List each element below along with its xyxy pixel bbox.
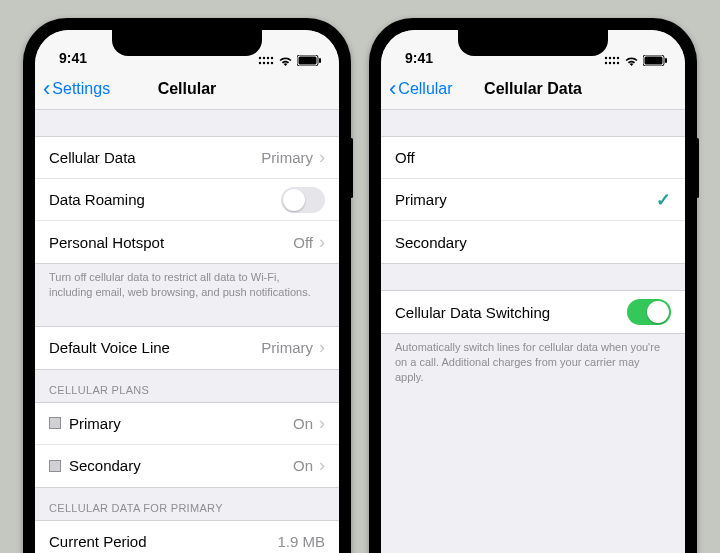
phone-left: 9:41 ‹ Settings — [23, 18, 351, 553]
chevron-left-icon: ‹ — [43, 78, 50, 100]
notch — [112, 30, 262, 56]
svg-point-13 — [613, 56, 615, 58]
cellular-footer: Turn off cellular data to restrict all d… — [35, 264, 339, 300]
svg-point-17 — [613, 61, 615, 63]
nav-bar: ‹ Settings Cellular — [35, 68, 339, 110]
row-value: On — [293, 457, 313, 474]
svg-point-0 — [259, 56, 261, 58]
toggle-data-roaming[interactable] — [281, 187, 325, 213]
row-label: Off — [395, 149, 415, 166]
back-label: Settings — [52, 80, 110, 98]
row-label: Secondary — [395, 234, 467, 251]
row-cellular-data[interactable]: Cellular Data Primary › — [35, 137, 339, 179]
toggle-cellular-data-switching[interactable] — [627, 299, 671, 325]
row-label: Personal Hotspot — [49, 234, 164, 251]
svg-point-6 — [267, 61, 269, 63]
svg-point-14 — [617, 56, 619, 58]
notch — [458, 30, 608, 56]
dual-sim-icon — [258, 56, 274, 66]
row-value: Off — [293, 234, 313, 251]
svg-point-15 — [605, 61, 607, 63]
row-value: On — [293, 415, 313, 432]
row-data-roaming[interactable]: Data Roaming — [35, 179, 339, 221]
svg-point-12 — [609, 56, 611, 58]
svg-point-2 — [267, 56, 269, 58]
row-label: Data Roaming — [49, 191, 145, 208]
row-personal-hotspot[interactable]: Personal Hotspot Off › — [35, 221, 339, 263]
row-value: 1.9 MB — [277, 533, 325, 550]
option-off[interactable]: Off — [381, 137, 685, 179]
svg-point-4 — [259, 61, 261, 63]
row-plan-secondary[interactable]: Secondary On › — [35, 445, 339, 487]
chevron-right-icon: › — [319, 337, 325, 358]
row-plan-primary[interactable]: Primary On › — [35, 403, 339, 445]
back-label: Cellular — [398, 80, 452, 98]
nav-bar: ‹ Cellular Cellular Data — [381, 68, 685, 110]
phone-right: 9:41 ‹ Cellular — [369, 18, 697, 553]
svg-rect-21 — [665, 58, 667, 63]
row-value: Primary — [261, 149, 313, 166]
row-label: Cellular Data — [49, 149, 136, 166]
back-button[interactable]: ‹ Settings — [43, 78, 110, 100]
chevron-right-icon: › — [319, 147, 325, 168]
battery-icon — [297, 55, 321, 66]
option-primary[interactable]: Primary ✓ — [381, 179, 685, 221]
plans-header: CELLULAR PLANS — [35, 370, 339, 402]
wifi-icon — [278, 55, 293, 66]
row-current-period: Current Period 1.9 MB — [35, 521, 339, 553]
row-label: Current Period — [49, 533, 147, 550]
plan-color-icon — [49, 460, 61, 472]
row-cellular-data-switching[interactable]: Cellular Data Switching — [381, 291, 685, 333]
svg-point-1 — [263, 56, 265, 58]
status-indicators — [604, 55, 667, 66]
option-secondary[interactable]: Secondary — [381, 221, 685, 263]
row-default-voice-line[interactable]: Default Voice Line Primary › — [35, 327, 339, 369]
svg-rect-10 — [319, 58, 321, 63]
battery-icon — [643, 55, 667, 66]
svg-point-16 — [609, 61, 611, 63]
status-time: 9:41 — [59, 50, 87, 66]
chevron-left-icon: ‹ — [389, 78, 396, 100]
chevron-right-icon: › — [319, 413, 325, 434]
row-label: Primary — [69, 415, 121, 432]
switching-footer: Automatically switch lines for cellular … — [381, 334, 685, 385]
svg-point-11 — [605, 56, 607, 58]
plan-color-icon — [49, 417, 61, 429]
row-label: Cellular Data Switching — [395, 304, 550, 321]
chevron-right-icon: › — [319, 232, 325, 253]
back-button[interactable]: ‹ Cellular — [389, 78, 453, 100]
status-indicators — [258, 55, 321, 66]
svg-point-7 — [271, 61, 273, 63]
svg-rect-20 — [645, 57, 663, 65]
chevron-right-icon: › — [319, 455, 325, 476]
svg-point-3 — [271, 56, 273, 58]
wifi-icon — [624, 55, 639, 66]
status-time: 9:41 — [405, 50, 433, 66]
row-value: Primary — [261, 339, 313, 356]
svg-point-18 — [617, 61, 619, 63]
row-label: Default Voice Line — [49, 339, 170, 356]
data-usage-header: CELLULAR DATA FOR PRIMARY — [35, 488, 339, 520]
svg-rect-9 — [299, 57, 317, 65]
dual-sim-icon — [604, 56, 620, 66]
checkmark-icon: ✓ — [656, 189, 671, 211]
row-label: Secondary — [69, 457, 141, 474]
svg-point-5 — [263, 61, 265, 63]
row-label: Primary — [395, 191, 447, 208]
